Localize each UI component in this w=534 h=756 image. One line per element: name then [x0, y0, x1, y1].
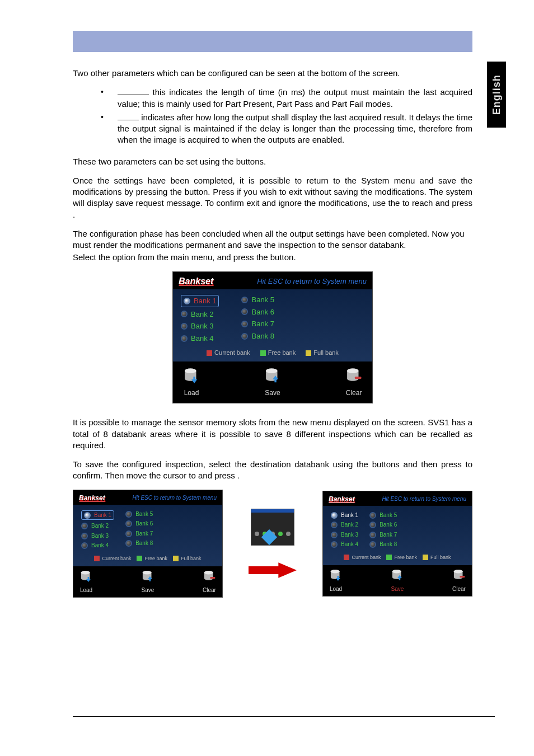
svg-rect-6	[355, 377, 362, 379]
bankset-hint: Hit ESC to return to System menu	[382, 495, 466, 503]
bank-8-option[interactable]: Bank 8	[125, 539, 153, 547]
bank-4-option[interactable]: Bank 4	[331, 541, 358, 548]
svg-point-10	[143, 571, 152, 574]
legend-swatch-current	[94, 556, 100, 561]
parameter-bullets: this indicates the length of time (in ms…	[95, 87, 472, 145]
radio-icon	[241, 321, 248, 327]
radio-icon	[331, 532, 338, 538]
language-tab-label: English	[490, 74, 503, 115]
paragraph-7: To save the configured inspection, selec…	[73, 459, 472, 482]
radio-icon	[331, 541, 338, 548]
save-button[interactable]: Save	[140, 570, 155, 594]
database-save-icon	[140, 570, 155, 584]
arrow-right-icon	[249, 562, 297, 578]
clear-button[interactable]: Clear	[202, 570, 217, 594]
legend-swatch-free	[260, 350, 266, 356]
svg-point-12	[204, 571, 213, 574]
bank-1-option[interactable]: Bank 1	[81, 510, 114, 520]
bank-2-option[interactable]: Bank 2	[181, 309, 219, 320]
svg-point-18	[392, 570, 401, 573]
load-button[interactable]: Load	[182, 367, 201, 397]
bank-5-option[interactable]: Bank 5	[125, 510, 153, 518]
load-button[interactable]: Load	[329, 569, 343, 593]
bankset-legend: Current bank Free bank Full bank	[181, 349, 364, 357]
svg-point-3	[266, 369, 277, 374]
bankset-title: Bankset	[329, 495, 355, 504]
legend-swatch-full	[306, 350, 311, 356]
bank-6-option[interactable]: Bank 6	[125, 520, 153, 528]
transition-column	[248, 509, 297, 578]
database-clear-icon	[202, 570, 217, 584]
language-tab: English	[487, 62, 506, 128]
svg-rect-13	[210, 577, 215, 579]
radio-icon	[181, 335, 188, 342]
bank-4-option[interactable]: Bank 4	[81, 542, 114, 550]
database-clear-icon	[344, 367, 363, 386]
bullet-1-text: this indicates the length of time (in ms…	[118, 87, 472, 108]
radio-icon	[184, 298, 190, 304]
bank-3-option[interactable]: Bank 3	[81, 532, 114, 540]
legend-swatch-current	[344, 555, 349, 560]
bankset-panel-before: Bankset Hit ESC to return to System menu…	[73, 490, 223, 598]
legend-swatch-free	[386, 555, 392, 560]
save-button[interactable]: Save	[390, 569, 405, 593]
bullet-delay: indicates after how long the output shal…	[95, 112, 472, 146]
paragraph-3: Once the settings have been completed, i…	[73, 175, 472, 220]
radio-icon	[125, 520, 132, 527]
radio-icon	[181, 323, 188, 330]
radio-icon	[181, 311, 188, 317]
radio-icon	[369, 541, 376, 548]
svg-marker-14	[249, 563, 297, 579]
svg-point-20	[454, 570, 463, 573]
radio-icon	[369, 522, 376, 528]
bank-7-option[interactable]: Bank 7	[369, 531, 397, 539]
bank-8-option[interactable]: Bank 8	[369, 541, 397, 548]
bank-1-option[interactable]: Bank 1	[331, 511, 358, 519]
device-thumbnail	[251, 509, 294, 546]
clear-button[interactable]: Clear	[344, 367, 363, 397]
radio-icon	[81, 542, 88, 549]
radio-icon	[81, 533, 88, 539]
legend-swatch-free	[137, 556, 142, 561]
blank-field	[118, 120, 139, 120]
paragraph-4: The configuration phase has been conclud…	[73, 228, 472, 251]
bank-4-option[interactable]: Bank 4	[181, 334, 219, 344]
radio-icon	[125, 540, 132, 547]
svg-rect-21	[460, 576, 465, 577]
svg-point-16	[331, 570, 340, 573]
svg-point-5	[347, 369, 358, 374]
bankset-panel-after: Bankset Hit ESC to return to System menu…	[322, 491, 472, 597]
load-button[interactable]: Load	[79, 570, 93, 594]
database-save-icon	[263, 367, 282, 386]
header-bar	[73, 31, 472, 52]
radio-icon	[81, 523, 88, 529]
bank-2-option[interactable]: Bank 2	[81, 522, 114, 530]
paragraph-5: Select the option from the main menu, an…	[73, 252, 472, 263]
save-button[interactable]: Save	[263, 367, 282, 397]
bank-2-option[interactable]: Bank 2	[331, 521, 358, 529]
bank-7-option[interactable]: Bank 7	[241, 319, 274, 329]
bank-3-option[interactable]: Bank 3	[331, 531, 358, 539]
radio-icon	[369, 512, 376, 519]
radio-icon	[241, 308, 248, 315]
bank-6-option[interactable]: Bank 6	[241, 307, 274, 317]
paragraph-2: These two parameters can be set using th…	[73, 156, 472, 167]
database-load-icon	[182, 367, 201, 386]
bank-3-option[interactable]: Bank 3	[181, 321, 219, 331]
database-load-icon	[329, 569, 343, 583]
radio-icon	[331, 522, 338, 528]
paragraph-1: Two other parameters which can be config…	[73, 68, 472, 79]
bank-7-option[interactable]: Bank 7	[125, 530, 153, 538]
legend-swatch-current	[207, 350, 212, 356]
clear-button[interactable]: Clear	[452, 569, 466, 593]
bank-8-option[interactable]: Bank 8	[241, 331, 274, 341]
bank-5-option[interactable]: Bank 5	[369, 511, 397, 519]
radio-icon	[125, 530, 132, 537]
bankset-before-after-row: Bankset Hit ESC to return to System menu…	[73, 490, 472, 598]
bank-5-option[interactable]: Bank 5	[241, 295, 274, 305]
svg-point-8	[81, 571, 90, 574]
bank-6-option[interactable]: Bank 6	[369, 521, 397, 529]
legend-swatch-full	[423, 555, 428, 560]
radio-icon	[241, 333, 248, 340]
bank-1-option[interactable]: Bank 1	[181, 295, 219, 307]
